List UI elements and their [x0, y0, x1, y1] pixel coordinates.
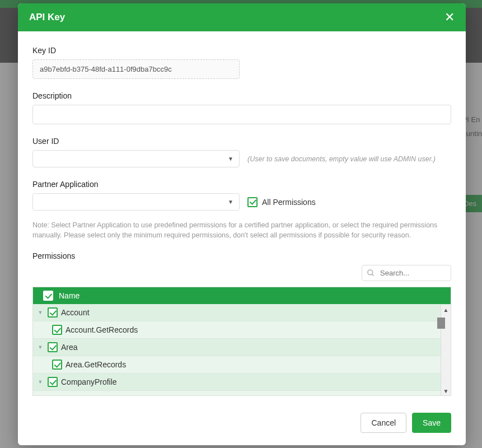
user-id-label: User ID — [32, 137, 451, 146]
row-label: CompanyProfile — [61, 377, 117, 386]
scroll-down-icon[interactable]: ▼ — [441, 386, 451, 395]
save-button[interactable]: Save — [412, 413, 451, 433]
table-row[interactable]: Account.GetRecords — [33, 321, 451, 339]
row-checkbox[interactable] — [48, 307, 58, 318]
expander-icon[interactable]: ▼ — [36, 343, 44, 351]
scroll-up-icon[interactable]: ▲ — [441, 305, 451, 314]
permissions-label: Permissions — [32, 251, 451, 260]
modal-body: Key ID a9b7ebfd-b375-48fd-a111-0f9dba7bc… — [18, 31, 466, 405]
row-checkbox[interactable] — [48, 377, 58, 387]
partner-app-select[interactable]: ▼ — [32, 193, 240, 211]
grid-body: ▼ Account Account.GetRecords ▼ Area Area… — [33, 304, 451, 395]
cancel-button[interactable]: Cancel — [361, 413, 406, 433]
vertical-scrollbar[interactable]: ▲ ▼ — [441, 305, 451, 395]
row-checkbox[interactable] — [52, 325, 62, 335]
modal-header: API Key ✕ — [18, 3, 466, 31]
expander-icon[interactable]: ▼ — [36, 378, 44, 386]
modal-title: API Key — [29, 12, 65, 23]
all-permissions-checkbox[interactable] — [247, 197, 258, 207]
search-box[interactable] — [362, 265, 451, 281]
scroll-thumb[interactable] — [437, 318, 445, 329]
row-label: Account.GetRecords — [65, 325, 138, 334]
table-row[interactable]: ▼ CompanyProfile — [33, 374, 451, 391]
api-key-modal: API Key ✕ Key ID a9b7ebfd-b375-48fd-a111… — [18, 3, 466, 445]
user-id-hint: (User to save documents, empty value wil… — [247, 155, 436, 163]
partner-app-label: Partner Application — [32, 180, 451, 189]
table-row[interactable]: ▼ Account — [33, 304, 451, 321]
row-label: Area.GetRecords — [65, 360, 126, 369]
all-permissions-label: All Permissions — [262, 198, 316, 207]
user-id-select[interactable]: ▼ — [32, 150, 240, 167]
row-label: Area — [61, 343, 78, 352]
description-label: Description — [32, 91, 451, 100]
modal-footer: Cancel Save — [18, 405, 466, 445]
name-column-header: Name — [59, 291, 79, 300]
search-icon — [367, 269, 375, 277]
table-row[interactable]: Area.GetRecords — [33, 356, 451, 374]
chevron-down-icon: ▼ — [228, 199, 233, 205]
select-all-checkbox[interactable] — [43, 291, 53, 301]
row-checkbox[interactable] — [52, 360, 62, 370]
key-id-label: Key ID — [32, 46, 451, 55]
chevron-down-icon: ▼ — [228, 156, 233, 162]
search-input[interactable] — [380, 269, 445, 277]
table-row[interactable]: ▼ Area — [33, 339, 451, 356]
description-input[interactable] — [32, 105, 451, 124]
expander-icon[interactable]: ▼ — [36, 309, 44, 316]
svg-line-1 — [372, 274, 373, 276]
note-text: Note: Select Partner Application to use … — [32, 221, 451, 240]
close-icon[interactable]: ✕ — [444, 11, 455, 24]
table-row[interactable] — [33, 391, 451, 395]
svg-point-0 — [368, 270, 373, 275]
row-label: Account — [61, 308, 90, 317]
permissions-grid: Name ▼ Account Account.GetRecords ▼ Area — [32, 287, 451, 396]
grid-header: Name — [33, 287, 451, 304]
key-id-value: a9b7ebfd-b375-48fd-a111-0f9dba7bcc9c — [32, 59, 240, 79]
row-checkbox[interactable] — [48, 342, 58, 352]
